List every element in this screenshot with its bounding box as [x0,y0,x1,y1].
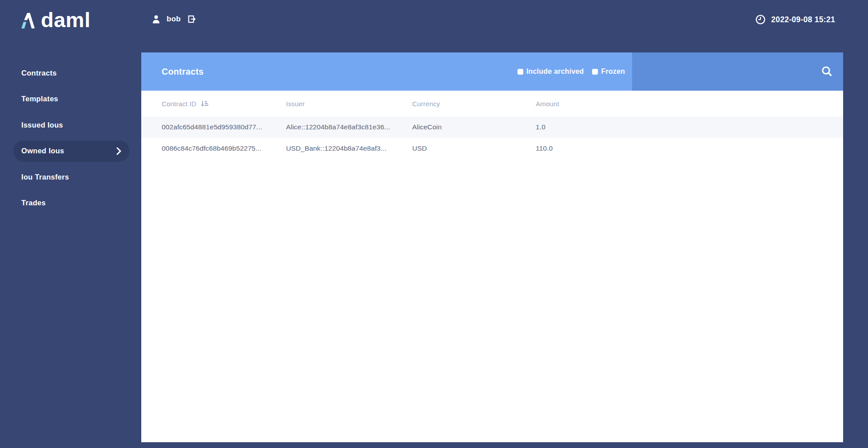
sidebar-item-label: Templates [21,95,58,103]
sidebar-item-label: Contracts [21,69,57,77]
checkbox-label: Include archived [526,68,584,76]
column-header-amount[interactable]: Amount [536,100,843,108]
cell-currency: AliceCoin [412,123,536,131]
include-archived-checkbox[interactable]: Include archived [518,68,584,76]
cell-amount: 110.0 [536,144,843,152]
search-icon[interactable] [820,65,833,78]
checkbox-box[interactable] [518,69,523,75]
cell-amount: 1.0 [536,123,843,131]
filter-checkboxes: Include archived Frozen [518,68,625,76]
contracts-panel: Contracts Include archived Frozen [141,52,843,442]
logout-button[interactable] [187,15,197,24]
panel-header: Contracts Include archived Frozen [141,52,843,91]
column-header-currency[interactable]: Currency [412,100,536,108]
cell-issuer: Alice::12204b8a74e8af3c81e36... [286,123,412,131]
daml-logo: daml [21,12,91,29]
sidebar-item-contracts[interactable]: Contracts [0,62,141,84]
frozen-checkbox[interactable]: Frozen [592,68,625,76]
page-title: Contracts [141,67,518,77]
cell-contract-id: 002afc65d4881e5d959380d77... [162,123,286,131]
ledger-time-box: 2022-09-08 15:21 [756,15,835,24]
user-name: bob [167,15,181,24]
column-header-contract-id[interactable]: Contract ID [162,100,286,108]
table-header-row: Contract ID Issuer Currency Amount [141,91,843,116]
sidebar-item-label: Issued Ious [21,121,63,129]
sort-descending-icon[interactable] [201,100,208,108]
column-header-issuer[interactable]: Issuer [286,100,412,108]
column-label: Issuer [286,100,305,108]
sidebar-item-templates[interactable]: Templates [0,88,141,110]
sidebar-item-label: Owned Ious [21,147,64,155]
user-box: bob [152,15,197,24]
sidebar-item-issued-ious[interactable]: Issued Ious [0,114,141,136]
column-label: Amount [536,100,559,108]
table-row[interactable]: 002afc65d4881e5d959380d77... Alice::1220… [141,116,843,138]
ledger-timestamp: 2022-09-08 15:21 [771,15,835,24]
user-icon [152,15,160,24]
logout-icon [187,15,197,24]
table-row[interactable]: 0086c84c76dfc68b469b52275... USD_Bank::1… [141,138,843,159]
column-label: Contract ID [162,100,196,108]
logo-wordmark: daml [41,12,91,29]
sidebar-item-label: Trades [21,199,46,207]
sidebar-item-iou-transfers[interactable]: Iou Transfers [0,166,141,188]
sidebar: Contracts Templates Issued Ious Owned Io… [0,62,141,214]
checkbox-box[interactable] [592,69,598,75]
chevron-right-icon [116,147,121,155]
sidebar-item-label: Iou Transfers [21,173,69,181]
cell-currency: USD [412,144,536,152]
daml-lambda-icon [21,13,35,29]
checkbox-label: Frozen [601,68,625,76]
column-label: Currency [412,100,440,108]
cell-contract-id: 0086c84c76dfc68b469b52275... [162,144,286,152]
sidebar-item-trades[interactable]: Trades [0,192,141,214]
search-bar[interactable] [632,52,843,91]
sidebar-item-owned-ious[interactable]: Owned Ious [13,140,129,162]
clock-icon [756,15,765,24]
daml-navigator-app: daml bob 2022-09-08 15:21 Contracts [0,0,868,448]
cell-issuer: USD_Bank::12204b8a74e8af3... [286,144,412,152]
